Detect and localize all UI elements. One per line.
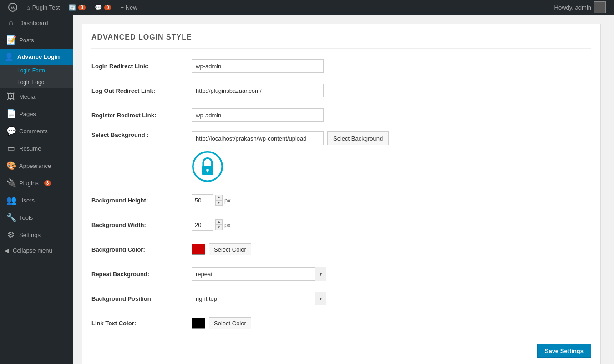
register-redirect-control <box>192 108 591 122</box>
updates-bar[interactable]: 🔄 3 <box>64 0 90 15</box>
repeat-bg-label: Repeat Background: <box>91 271 192 278</box>
bg-height-up[interactable]: ▲ <box>215 195 223 200</box>
plugins-icon: 🔌 <box>6 178 15 188</box>
admin-wrap: ADVANCED LOGIN STYLE Login Redirect Link… <box>82 24 601 364</box>
sidebar-item-label-resume: Resume <box>19 145 41 152</box>
select-background-button[interactable]: Select Background <box>327 131 389 145</box>
bg-width-down[interactable]: ▼ <box>215 225 223 230</box>
appearance-icon: 🎨 <box>6 161 15 171</box>
bg-height-unit: px <box>224 197 231 204</box>
media-icon: 🖼 <box>6 92 15 101</box>
sidebar-item-pages[interactable]: 📄 Pages <box>0 105 73 122</box>
page-title: ADVANCED LOGIN STYLE <box>91 33 591 49</box>
admin-bar: W ⌂ Pugin Test 🔄 3 💬 0 + New Howdy, admi… <box>0 0 614 15</box>
repeat-bg-select[interactable]: repeat no-repeat repeat-x repeat-y <box>192 267 326 281</box>
repeat-bg-row: Repeat Background: repeat no-repeat repe… <box>91 266 591 282</box>
bg-height-control: ▲ ▼ px <box>192 194 591 206</box>
bg-position-select-wrap: right top left top center top left cente… <box>192 292 326 305</box>
sidebar-item-label-dashboard: Dashboard <box>19 20 48 26</box>
sidebar-item-comments[interactable]: 💬 Comments <box>0 122 73 140</box>
bg-width-control: ▲ ▼ px <box>192 219 591 231</box>
login-redirect-row: Login Redirect Link: <box>91 58 591 74</box>
new-content-bar[interactable]: + New <box>116 0 142 15</box>
bg-position-label: Background Position: <box>91 295 192 302</box>
home-icon: ⌂ <box>26 4 30 11</box>
sidebar-item-advance-login[interactable]: 👤 Advance Login <box>0 49 73 65</box>
bg-position-row: Background Position: right top left top … <box>91 290 591 307</box>
register-redirect-input[interactable] <box>192 108 324 122</box>
repeat-bg-select-wrap: repeat no-repeat repeat-x repeat-y ▼ <box>192 267 326 281</box>
bg-width-unit: px <box>224 222 231 228</box>
logout-redirect-row: Log Out Redirect Link: <box>91 82 591 99</box>
collapse-arrow-icon: ◀ <box>5 247 9 254</box>
sidebar-item-label-appearance: Appearance <box>19 162 51 169</box>
posts-icon: 📝 <box>6 35 15 45</box>
comments-bar[interactable]: 💬 0 <box>90 0 116 15</box>
bg-color-control: Select Color <box>192 243 591 255</box>
sidebar-item-media[interactable]: 🖼 Media <box>0 88 73 105</box>
logout-redirect-input[interactable] <box>192 84 324 97</box>
sidebar-item-users[interactable]: 👥 Users <box>0 192 73 209</box>
sidebar-item-label-media: Media <box>19 93 35 100</box>
resume-icon: ▭ <box>6 143 15 153</box>
site-name-bar[interactable]: ⌂ Pugin Test <box>22 0 64 15</box>
select-bg-label: Select Background : <box>91 131 192 138</box>
sidebar-item-label-users: Users <box>19 197 35 204</box>
sidebar-item-resume[interactable]: ▭ Resume <box>0 140 73 157</box>
sidebar-item-login-form[interactable]: Login Form <box>0 65 73 76</box>
updates-count: 3 <box>78 5 86 10</box>
bg-width-spinner: ▲ ▼ <box>215 219 223 230</box>
bg-height-down[interactable]: ▼ <box>215 200 223 206</box>
avatar <box>594 1 606 13</box>
user-info[interactable]: Howdy, admin <box>550 1 610 13</box>
bg-color-select-button[interactable]: Select Color <box>209 243 251 255</box>
sidebar-item-label-settings: Settings <box>19 232 41 238</box>
users-icon: 👥 <box>6 195 15 205</box>
sidebar-item-settings[interactable]: ⚙ Settings <box>0 226 73 243</box>
select-bg-url-input[interactable] <box>192 131 324 145</box>
bg-width-input[interactable] <box>192 219 213 231</box>
login-form-label: Login Form <box>17 67 45 74</box>
bg-position-control: right top left top center top left cente… <box>192 292 591 305</box>
sidebar-item-tools[interactable]: 🔧 Tools <box>0 209 73 226</box>
select-bg-control: Select Background <box>192 131 591 184</box>
sidebar-item-dashboard[interactable]: ⌂ Dashboard <box>0 15 73 31</box>
bg-position-select[interactable]: right top left top center top left cente… <box>192 292 326 305</box>
logout-redirect-control <box>192 84 591 97</box>
bg-width-label: Background Width: <box>91 222 192 228</box>
sidebar-item-label-comments: Comments <box>19 128 48 135</box>
tools-icon: 🔧 <box>6 212 15 222</box>
sidebar-item-login-logo[interactable]: Login Logo <box>0 76 73 88</box>
collapse-menu-label: Collapse menu <box>13 247 52 254</box>
bg-height-input[interactable] <box>192 194 213 206</box>
comments-side-icon: 💬 <box>6 126 15 136</box>
link-color-control: Select Color <box>192 317 591 329</box>
svg-rect-5 <box>207 170 208 173</box>
sidebar-item-plugins[interactable]: 🔌 Plugins 3 <box>0 174 73 192</box>
bg-color-row: Background Color: Select Color <box>91 241 591 258</box>
register-redirect-label: Register Redirect Link: <box>91 112 192 119</box>
login-redirect-input[interactable] <box>192 59 324 73</box>
svg-text:W: W <box>10 5 16 11</box>
wp-logo[interactable]: W <box>4 0 22 15</box>
sidebar: ⌂ Dashboard 📝 Posts 👤 Advance Login Logi… <box>0 15 73 364</box>
collapse-menu-button[interactable]: ◀ Collapse menu <box>0 243 73 258</box>
site-name-text: Pugin Test <box>32 4 60 11</box>
link-color-swatch[interactable] <box>192 318 205 329</box>
link-color-label: Link Text Color: <box>91 320 192 327</box>
howdy-text: Howdy, admin <box>554 4 591 11</box>
save-row: Save Settings <box>91 339 591 358</box>
advance-login-submenu: Login Form Login Logo <box>0 65 73 88</box>
link-color-select-button[interactable]: Select Color <box>209 317 251 329</box>
advance-login-icon: 👤 <box>5 52 14 61</box>
bg-height-spinner: ▲ ▼ <box>215 195 223 206</box>
save-settings-button[interactable]: Save Settings <box>537 344 591 358</box>
sidebar-item-posts[interactable]: 📝 Posts <box>0 31 73 49</box>
updates-icon: 🔄 <box>69 4 76 11</box>
sidebar-item-appearance[interactable]: 🎨 Appearance <box>0 157 73 174</box>
link-color-row: Link Text Color: Select Color <box>91 315 591 331</box>
bg-width-row: Background Width: ▲ ▼ px <box>91 217 591 233</box>
settings-icon: ⚙ <box>6 230 15 240</box>
bg-color-swatch[interactable] <box>192 244 205 255</box>
bg-width-up[interactable]: ▲ <box>215 219 223 225</box>
